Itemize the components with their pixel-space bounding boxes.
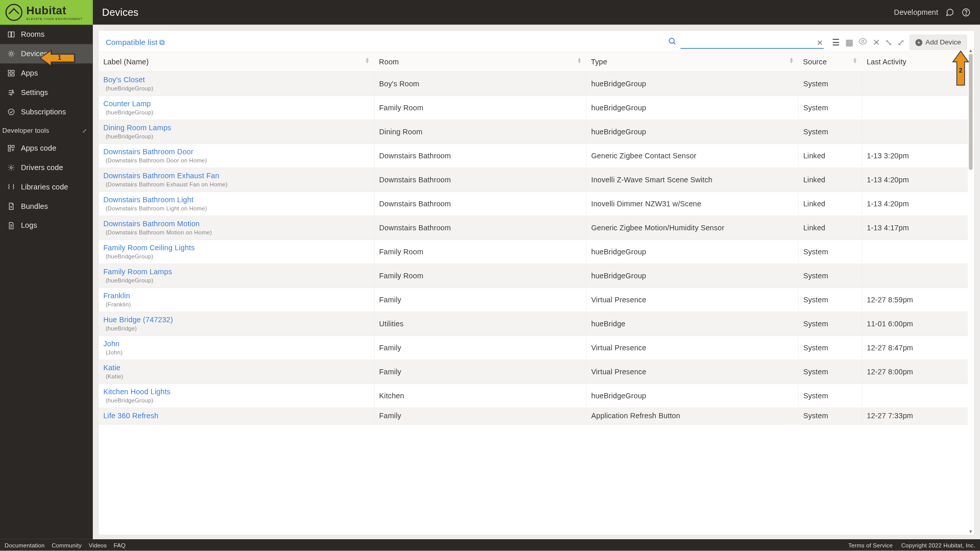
sidebar-item-drivers-code[interactable]: Drivers code	[0, 158, 93, 177]
table-row[interactable]: Downstairs Bathroom Light(Downstairs Bat…	[99, 192, 968, 216]
table-row[interactable]: Life 360 RefreshFamilyApplication Refres…	[99, 408, 968, 425]
sidebar-item-devices[interactable]: Devices	[0, 44, 93, 63]
table-row[interactable]: Counter Lamp(hueBridgeGroup)Family Roomh…	[99, 96, 968, 120]
cell-source: System	[798, 384, 862, 408]
device-link[interactable]: Downstairs Bathroom Motion	[103, 220, 369, 229]
cell-type: hueBridge	[586, 312, 798, 336]
svg-rect-6	[12, 74, 14, 76]
tos-link[interactable]: Terms of Service	[848, 542, 893, 548]
footer-link[interactable]: FAQ	[114, 542, 126, 548]
scroll-thumb[interactable]	[969, 54, 973, 170]
table-row[interactable]: Family Room Ceiling Lights(hueBridgeGrou…	[99, 240, 968, 264]
table-row[interactable]: Hue Bridge (747232)(hueBridge)Utilitiesh…	[99, 312, 968, 336]
chat-icon[interactable]	[945, 8, 954, 17]
sidebar-item-logs[interactable]: Logs	[0, 216, 93, 235]
sidebar-item-bundles[interactable]: Bundles	[0, 197, 93, 216]
compress-icon[interactable]: ✕	[872, 37, 880, 49]
device-link[interactable]: Katie	[103, 364, 369, 373]
table-row[interactable]: Franklin(Franklin)FamilyVirtual Presence…	[99, 288, 968, 312]
sidebar-item-label: Apps code	[21, 144, 56, 153]
sidebar-item-apps-code[interactable]: Apps code	[0, 138, 93, 158]
device-sublabel: (Franklin)	[103, 301, 369, 308]
cell-type: Inovelli Dimmer NZW31 w/Scene	[586, 192, 798, 216]
table-row[interactable]: Kitchen Hood Lights(hueBridgeGroup)Kitch…	[99, 384, 968, 408]
list-view-icon[interactable]: ☰	[831, 37, 840, 49]
sidebar: Hubitat ELEVATE YOUR ENVIRONMENT RoomsDe…	[0, 0, 93, 539]
table-row[interactable]: Family Room Lamps(hueBridgeGroup)Family …	[99, 264, 968, 288]
cell-activity	[862, 72, 968, 96]
cell-source: System	[798, 120, 862, 144]
sidebar-item-settings[interactable]: Settings	[0, 83, 93, 102]
column-header[interactable]: Type▲▼	[586, 52, 798, 71]
scroll-up-icon[interactable]: ▲	[968, 47, 973, 53]
device-link[interactable]: Life 360 Refresh	[103, 412, 369, 421]
table-row[interactable]: John(John)FamilyVirtual PresenceSystem12…	[99, 336, 968, 360]
cell-activity	[862, 240, 968, 264]
column-header[interactable]: Source▲▼	[798, 52, 862, 71]
device-link[interactable]: John	[103, 340, 369, 349]
column-header[interactable]: Last Activity▲▼	[862, 52, 968, 71]
scroll-down-icon[interactable]: ▼	[968, 529, 973, 534]
footer-link[interactable]: Videos	[89, 542, 107, 548]
column-header[interactable]: Room▲▼	[374, 52, 586, 71]
collapse-icon[interactable]: ⤢	[82, 127, 90, 134]
expand-icon[interactable]: ⤢	[897, 37, 905, 49]
nav-icon	[7, 88, 16, 97]
help-icon[interactable]	[962, 8, 971, 17]
device-link[interactable]: Family Room Ceiling Lights	[103, 244, 369, 253]
table-row[interactable]: Downstairs Bathroom Door(Downstairs Bath…	[99, 144, 968, 168]
svg-point-23	[966, 14, 966, 14]
sidebar-item-label: Devices	[21, 50, 47, 58]
device-sublabel: (hueBridgeGroup)	[103, 85, 369, 92]
brand-name: Hubitat	[27, 4, 83, 17]
device-link[interactable]: Boy's Closet	[103, 76, 369, 85]
logo[interactable]: Hubitat ELEVATE YOUR ENVIRONMENT	[0, 0, 93, 25]
collapse-icon[interactable]: ⤡	[884, 37, 893, 49]
svg-rect-0	[8, 32, 11, 37]
cell-room: Downstairs Bathroom	[374, 216, 586, 240]
compatible-list-link[interactable]: Compatible list⧉	[106, 38, 165, 46]
page-title: Devices	[102, 7, 138, 18]
table-row[interactable]: Dining Room Lamps(hueBridgeGroup)Dining …	[99, 120, 968, 144]
device-link[interactable]: Counter Lamp	[103, 100, 369, 109]
footer-link[interactable]: Documentation	[5, 542, 44, 548]
search-input[interactable]	[680, 36, 823, 49]
device-link[interactable]: Hue Bridge (747232)	[103, 316, 369, 325]
clear-icon[interactable]: ✕	[817, 38, 823, 47]
device-link[interactable]: Kitchen Hood Lights	[103, 388, 369, 397]
table-row[interactable]: Downstairs Bathroom Motion(Downstairs Ba…	[99, 216, 968, 240]
device-link[interactable]: Downstairs Bathroom Door	[103, 148, 369, 157]
svg-rect-1	[12, 32, 14, 37]
table-row[interactable]: Boy's Closet(hueBridgeGroup)Boy's Roomhu…	[99, 72, 968, 96]
plus-icon: +	[915, 39, 922, 46]
sort-icon: ▲▼	[853, 58, 857, 63]
table-row[interactable]: Downstairs Bathroom Exhaust Fan(Downstai…	[99, 168, 968, 192]
search-icon[interactable]	[668, 37, 677, 47]
sidebar-item-subscriptions[interactable]: Subscriptions	[0, 102, 93, 122]
sidebar-item-rooms[interactable]: Rooms	[0, 25, 93, 44]
scrollbar[interactable]: ▲ ▼	[968, 47, 974, 534]
cell-type: hueBridgeGroup	[586, 120, 798, 144]
device-link[interactable]: Downstairs Bathroom Exhaust Fan	[103, 172, 369, 181]
svg-line-25	[673, 42, 675, 44]
sidebar-item-libraries-code[interactable]: Libraries code	[0, 177, 93, 197]
device-link[interactable]: Family Room Lamps	[103, 268, 369, 277]
cell-activity	[862, 264, 968, 288]
cell-room: Family	[374, 408, 586, 425]
add-device-button[interactable]: + Add Device	[909, 34, 967, 50]
device-sublabel: (hueBridge)	[103, 325, 369, 332]
device-sublabel: (Downstairs Bathroom Light on Home)	[103, 205, 369, 212]
column-header[interactable]: Label (Name)▲▼	[99, 52, 374, 71]
cell-source: System	[798, 72, 862, 96]
footer-link[interactable]: Community	[52, 542, 82, 548]
eye-icon[interactable]	[858, 36, 868, 49]
grid-view-icon[interactable]: ▦	[844, 37, 854, 49]
table-row[interactable]: Katie(Katie)FamilyVirtual PresenceSystem…	[99, 360, 968, 384]
cell-activity	[862, 384, 968, 408]
device-link[interactable]: Downstairs Bathroom Light	[103, 196, 369, 205]
device-link[interactable]: Franklin	[103, 292, 369, 301]
mode-label[interactable]: Development	[894, 8, 939, 17]
sidebar-item-apps[interactable]: Apps	[0, 63, 93, 83]
dev-tools-header[interactable]: Developer tools ⤢	[0, 122, 93, 138]
device-link[interactable]: Dining Room Lamps	[103, 124, 369, 133]
